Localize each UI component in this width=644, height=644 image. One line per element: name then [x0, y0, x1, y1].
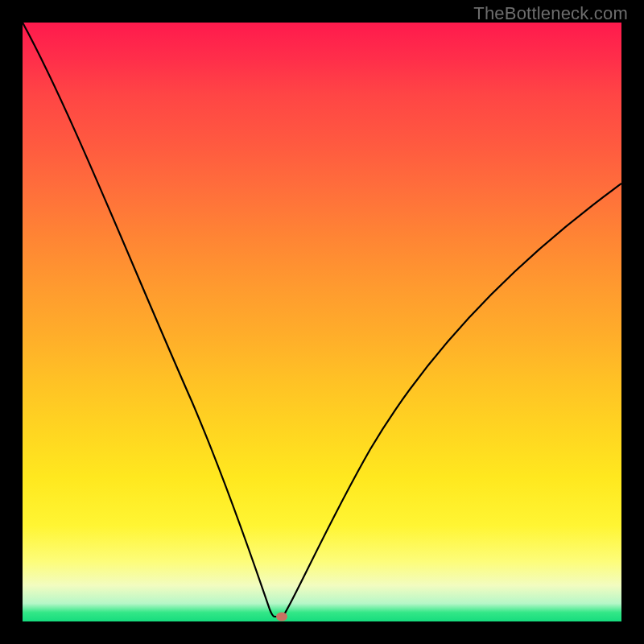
- bottleneck-curve-path: [23, 23, 621, 617]
- plot-area: [23, 23, 621, 621]
- minimum-marker: [276, 613, 287, 621]
- watermark-text: TheBottleneck.com: [473, 3, 628, 24]
- curve-svg: [23, 23, 621, 621]
- chart-container: TheBottleneck.com: [0, 0, 644, 644]
